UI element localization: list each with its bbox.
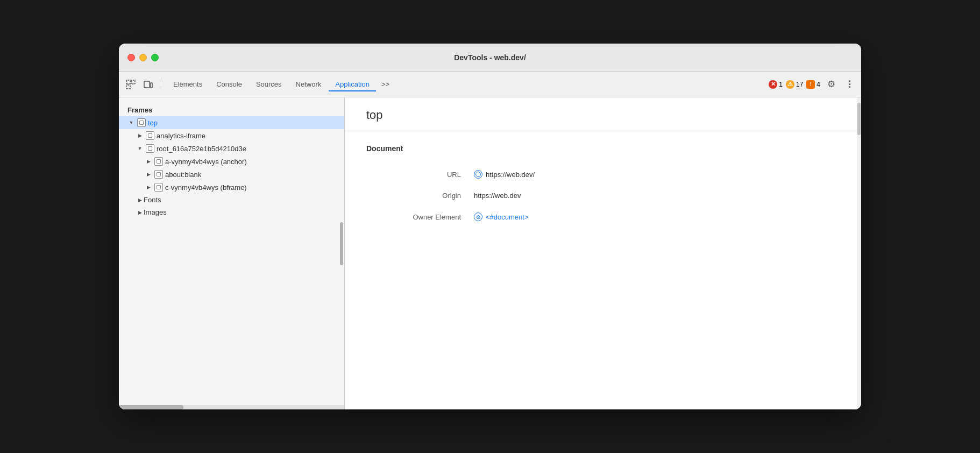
element-picker-icon[interactable] — [123, 77, 138, 92]
more-options-icon[interactable]: ⋮ — [842, 77, 857, 92]
device-toggle-icon[interactable] — [140, 77, 155, 92]
toggle-top[interactable]: ▼ — [127, 119, 135, 126]
origin-value: https://web.dev — [474, 192, 521, 200]
svg-rect-0 — [126, 80, 130, 84]
sidebar-item-analytics-iframe[interactable]: ▶ analytics-iframe — [119, 129, 344, 142]
content-title: top — [366, 108, 835, 122]
info-count: 4 — [816, 81, 820, 88]
document-section-title: Document — [366, 144, 835, 153]
label-images: Images — [144, 208, 167, 216]
tab-console[interactable]: Console — [210, 77, 248, 91]
toolbar-tabs: Elements Console Sources Network Applica… — [167, 77, 766, 91]
label-bframe: c-vynmy4vb4wys (bframe) — [165, 183, 247, 192]
label-anchor: a-vynmy4vb4wys (anchor) — [165, 158, 247, 166]
url-row: URL https://web.dev/ — [366, 164, 835, 185]
toggle-anchor[interactable]: ▶ — [145, 158, 152, 165]
toggle-blank[interactable]: ▶ — [145, 171, 152, 178]
dom-icon: ⊙ — [474, 213, 482, 221]
devtools-body: Elements Console Sources Network Applica… — [119, 72, 861, 409]
frame-icon-analytics — [146, 131, 154, 140]
sidebar-scrollbar-thumb[interactable] — [119, 405, 183, 409]
sidebar-item-fonts[interactable]: ▶ Fonts — [119, 194, 344, 206]
sidebar-item-root[interactable]: ▼ root_616a752e1b5d4210d3e — [119, 142, 344, 155]
warning-badge[interactable]: ⚠ 17 — [786, 80, 803, 89]
sidebar-item-anchor[interactable]: ▶ a-vynmy4vb4wys (anchor) — [119, 155, 344, 168]
tab-sources[interactable]: Sources — [250, 77, 288, 91]
sidebar: Frames ▼ top ▶ analytics-iframe — [119, 97, 345, 223]
toggle-bframe[interactable]: ▶ — [145, 183, 152, 191]
origin-label: Origin — [366, 192, 474, 200]
toolbar: Elements Console Sources Network Applica… — [119, 72, 861, 97]
owner-element-value: ⊙ <#document> — [474, 213, 529, 221]
toggle-root[interactable]: ▼ — [136, 145, 144, 152]
maximize-button[interactable] — [151, 54, 159, 61]
tab-application[interactable]: Application — [329, 77, 376, 91]
frame-icon-top — [137, 118, 146, 127]
document-info-table: URL https://web.dev/ Origin https://web.… — [366, 164, 835, 228]
owner-element-row: Owner Element ⊙ <#document> — [366, 206, 835, 228]
warning-icon: ⚠ — [786, 80, 794, 89]
frames-section-title: Frames — [119, 102, 344, 116]
label-fonts: Fonts — [144, 196, 161, 204]
error-badge[interactable]: ✕ 1 — [769, 80, 783, 89]
label-blank: about:blank — [165, 171, 201, 179]
traffic-lights — [127, 54, 159, 61]
origin-text: https://web.dev — [474, 192, 521, 200]
minimize-button[interactable] — [139, 54, 147, 61]
close-button[interactable] — [127, 54, 135, 61]
label-analytics-iframe: analytics-iframe — [157, 132, 205, 140]
toolbar-divider-1 — [160, 79, 160, 90]
toggle-images[interactable]: ▶ — [136, 209, 144, 216]
svg-rect-2 — [126, 85, 130, 89]
sidebar-item-bframe[interactable]: ▶ c-vynmy4vb4wys (bframe) — [119, 181, 344, 194]
frame-icon-bframe — [154, 183, 163, 192]
error-icon: ✕ — [769, 80, 777, 89]
tab-network[interactable]: Network — [289, 77, 328, 91]
error-count: 1 — [779, 81, 783, 88]
owner-element-link[interactable]: <#document> — [486, 213, 529, 221]
url-icon — [474, 170, 482, 179]
settings-icon[interactable]: ⚙ — [823, 77, 839, 92]
toggle-fonts[interactable]: ▶ — [136, 196, 144, 204]
content-scrollbar-thumb[interactable] — [857, 103, 861, 135]
svg-rect-4 — [151, 83, 152, 88]
content-scrollbar[interactable] — [857, 97, 861, 409]
frame-icon-anchor — [154, 157, 163, 166]
devtools-window: DevTools - web.dev/ Elements Co — [119, 44, 861, 409]
toggle-analytics-iframe[interactable]: ▶ — [136, 132, 144, 139]
url-value: https://web.dev/ — [474, 170, 535, 179]
sidebar-item-blank[interactable]: ▶ about:blank — [119, 168, 344, 181]
info-badge[interactable]: ! 4 — [806, 80, 820, 89]
origin-row: Origin https://web.dev — [366, 185, 835, 206]
sidebar-item-images[interactable]: ▶ Images — [119, 206, 344, 218]
tab-overflow[interactable]: >> — [377, 77, 394, 91]
content-header: top — [345, 97, 857, 131]
tab-elements[interactable]: Elements — [167, 77, 209, 91]
content-panel: top Document URL https://web.dev/ — [345, 97, 857, 409]
info-icon: ! — [806, 80, 815, 89]
content-section: Document URL https://web.dev/ Ori — [345, 131, 857, 240]
frame-icon-blank — [154, 170, 163, 179]
label-top: top — [148, 119, 158, 127]
warning-count: 17 — [796, 81, 803, 88]
sidebar-scrollbar[interactable] — [119, 405, 344, 409]
sidebar-wrapper: Frames ▼ top ▶ analytics-iframe — [119, 97, 345, 409]
owner-element-label: Owner Element — [366, 213, 474, 221]
sidebar-item-top[interactable]: ▼ top — [119, 116, 344, 129]
sidebar-scroll-thumb[interactable] — [340, 222, 343, 265]
main-area: Frames ▼ top ▶ analytics-iframe — [119, 97, 861, 409]
svg-rect-3 — [144, 81, 150, 88]
window-title: DevTools - web.dev/ — [454, 53, 526, 62]
svg-rect-1 — [131, 80, 135, 84]
titlebar: DevTools - web.dev/ — [119, 44, 861, 72]
url-label: URL — [366, 171, 474, 179]
toolbar-right: ✕ 1 ⚠ 17 ! 4 ⚙ ⋮ — [769, 77, 857, 92]
label-root: root_616a752e1b5d4210d3e — [157, 145, 246, 153]
url-text: https://web.dev/ — [486, 171, 535, 179]
frame-icon-root — [146, 144, 154, 153]
